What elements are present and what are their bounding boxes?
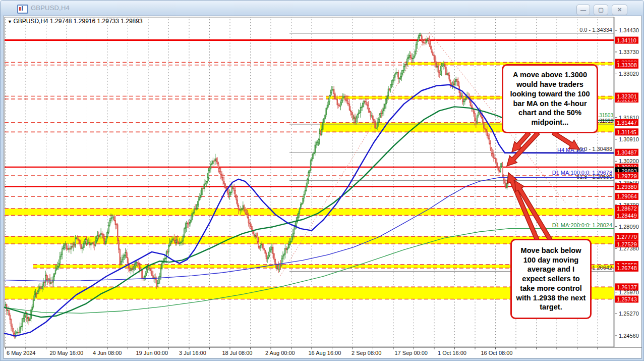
candle-body: [379, 115, 380, 120]
candle-body: [55, 270, 56, 274]
candle-body: [392, 80, 393, 84]
candle-body: [415, 51, 416, 56]
candle-body: [290, 241, 291, 242]
candle-body: [294, 229, 295, 234]
candle-body: [283, 254, 284, 256]
candle-body: [15, 333, 16, 336]
candle-body: [335, 94, 336, 99]
time-axis-label: 18 Jul 08:00: [222, 350, 253, 356]
candle-body: [260, 245, 261, 248]
candle-body: [47, 280, 48, 280]
candle-body: [264, 248, 265, 250]
candle-body: [209, 169, 210, 171]
candle-body: [147, 268, 148, 269]
candle-body: [496, 159, 497, 163]
candle-body: [374, 119, 375, 121]
app-window: GBPUSD,H4 — ▢ ✕ 0.0 - 1.3433450.0 - 1.30…: [0, 0, 644, 361]
candle-body: [82, 248, 83, 249]
candle-body: [485, 128, 486, 129]
candle-body: [131, 269, 132, 271]
candle-body: [205, 183, 206, 184]
candle-body: [353, 115, 354, 119]
candle-body: [236, 196, 237, 200]
annotation-text: A move above 1.3000 would have traders l…: [507, 70, 593, 127]
candle-body: [424, 42, 425, 43]
candle-body: [358, 113, 359, 115]
candle-body: [56, 268, 57, 270]
price-level-label: 1.27529: [617, 241, 637, 247]
candle-body: [9, 310, 10, 315]
candle-body: [476, 121, 477, 123]
candle-body: [53, 277, 54, 282]
candle-body: [199, 197, 200, 200]
candle-body: [356, 118, 357, 122]
candle-body: [371, 116, 372, 116]
candle-body: [142, 270, 143, 278]
candle-body: [431, 47, 432, 52]
price-level-label: 1.28672: [617, 205, 637, 212]
candle-body: [432, 52, 433, 55]
candle-body: [62, 249, 63, 255]
candle-body: [184, 229, 185, 236]
candle-body: [313, 154, 314, 159]
candle-body: [167, 251, 168, 252]
candle-body: [113, 217, 114, 217]
candle-body: [60, 256, 61, 263]
candle-body: [161, 263, 162, 269]
candle-body: [386, 98, 387, 104]
candle-body: [477, 116, 478, 123]
candle-body: [272, 247, 273, 253]
candle-body: [450, 80, 451, 84]
candle-body: [387, 96, 388, 98]
candle-body: [337, 99, 338, 105]
candle-body: [220, 172, 221, 175]
candle-body: [89, 242, 90, 245]
price-level-label: 1.26137: [617, 284, 637, 290]
candle-body: [296, 222, 297, 225]
candle-body: [462, 96, 463, 101]
candle-body: [124, 255, 125, 257]
price-level-label: 1.28449: [617, 213, 637, 219]
candle-body: [244, 205, 245, 210]
candle-body: [64, 245, 65, 248]
candle-body: [17, 332, 18, 333]
price-level-label: 1.25743: [617, 296, 637, 302]
candle-body: [145, 274, 146, 276]
candle-body: [471, 106, 472, 107]
candle-body: [241, 210, 242, 211]
candle-body: [460, 93, 461, 97]
candle-body: [299, 209, 300, 213]
candle-body: [366, 102, 367, 105]
candle-body: [10, 315, 11, 320]
candle-body: [216, 159, 217, 162]
candle-body: [488, 136, 489, 139]
candle-body: [433, 55, 434, 56]
candle-body: [282, 256, 283, 259]
candle-body: [274, 253, 275, 259]
candle-body: [245, 210, 246, 213]
candle-body: [504, 180, 505, 183]
price-level-label: 1.26748: [617, 265, 637, 271]
candle-body: [95, 241, 96, 245]
candle-body: [381, 113, 382, 114]
candle-body: [478, 113, 479, 116]
candle-body: [80, 240, 81, 244]
candle-body: [16, 333, 17, 333]
candle-body: [85, 240, 86, 242]
candle-body: [116, 225, 117, 225]
candle-body: [487, 131, 488, 136]
candle-body: [41, 287, 42, 289]
candle-body: [440, 71, 441, 74]
time-axis-label: 16 Aug 16:00: [309, 350, 341, 356]
price-axis-tick-label: 1.33730: [619, 49, 639, 55]
candle-body: [11, 320, 12, 326]
candle-body: [302, 203, 303, 204]
candle-body: [37, 291, 38, 293]
candle-body: [252, 226, 253, 230]
candle-body: [508, 175, 509, 183]
candle-body: [36, 293, 37, 294]
candle-body: [261, 244, 262, 245]
annotation-box-upper: A move above 1.3000 would have traders l…: [502, 64, 598, 133]
candle-body: [256, 235, 257, 236]
candle-body: [483, 122, 484, 128]
